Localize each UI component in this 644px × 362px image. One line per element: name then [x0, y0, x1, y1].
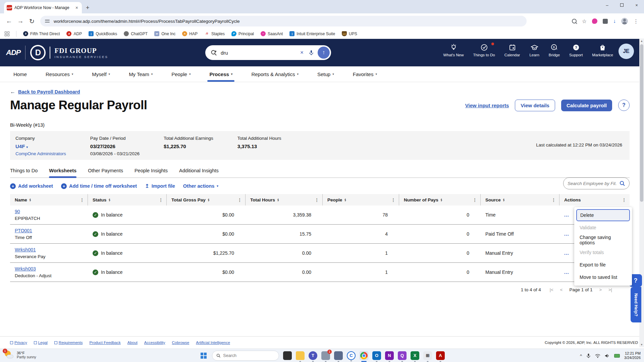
nav-myself[interactable]: Myself▾ [92, 66, 110, 82]
weather-widget[interactable]: 1 36°F Partly sunny [4, 350, 36, 360]
menu-item-change-saving-options[interactable]: Change saving options [576, 234, 630, 246]
tab-additional-insights[interactable]: Additional Insights [179, 168, 219, 177]
worksheet-link[interactable]: PTO001 [15, 228, 32, 233]
col-status[interactable]: Status▴▾⋮ [88, 194, 167, 205]
adp-logo[interactable]: ADP [6, 48, 20, 57]
col-name[interactable]: Name▴▾⋮ [10, 194, 88, 205]
row-actions-button[interactable]: ... [564, 231, 569, 237]
volume-icon[interactable] [605, 354, 610, 358]
things-to-do-button[interactable]: Things to Do [473, 44, 495, 57]
back-to-dashboard-link[interactable]: Back to Payroll Dashboard [18, 89, 80, 95]
browser-tab[interactable]: ADP ADP Workforce Now - Manage × [4, 2, 82, 13]
bookmark-fifth-third[interactable]: 5Fifth Third Direct [23, 31, 60, 36]
sort-icon[interactable]: ▴▾ [503, 198, 504, 201]
footer-cobrowse-link[interactable]: Cobrowse [172, 341, 189, 345]
support-button[interactable]: ? Support [569, 44, 583, 57]
mic-icon[interactable] [308, 50, 314, 56]
tab-close-icon[interactable]: × [74, 5, 79, 10]
nav-my-team[interactable]: My Team▾ [129, 66, 153, 82]
footer-legal-link[interactable]: Legal [34, 341, 48, 345]
new-tab-button[interactable]: + [86, 4, 90, 11]
footer-requirements-link[interactable]: Requirements [54, 341, 83, 345]
help-button[interactable]: ? [618, 100, 630, 111]
tab-worksheets[interactable]: Worksheets [49, 168, 76, 177]
employee-search-input[interactable] [568, 181, 617, 186]
browser-menu-icon[interactable]: ⋮ [633, 18, 639, 24]
back-button[interactable]: ← [3, 17, 15, 25]
calendar-button[interactable]: Calendar [504, 44, 520, 57]
company-name-link[interactable]: CompOne Administrators [15, 151, 66, 156]
column-menu-icon[interactable]: ⋮ [473, 197, 477, 202]
prev-page-button[interactable]: < [560, 287, 563, 292]
reload-button[interactable]: ↻ [26, 17, 38, 25]
footer-product-feedback-link[interactable]: Product Feedback [89, 341, 120, 345]
bookmark-intuit[interactable]: |Intuit Enterprise Suite [289, 31, 335, 36]
add-time-worksheet-button[interactable]: +Add time / time off worksheet [61, 183, 137, 189]
whats-new-button[interactable]: What's New [443, 44, 464, 57]
tab-people-insights[interactable]: People Insights [135, 168, 168, 177]
column-menu-icon[interactable]: ⋮ [159, 197, 163, 202]
nav-process[interactable]: Process▾ [209, 66, 232, 82]
nav-favorites[interactable]: Favorites▾ [353, 66, 377, 82]
footer-ai-link[interactable]: Artificial Intelligence [196, 341, 230, 345]
global-search[interactable]: × ↑ [205, 45, 331, 60]
worksheet-link[interactable]: 90 [15, 209, 20, 214]
company-code-dropdown[interactable]: U4F ▾ [15, 143, 66, 149]
scroll-up-arrow[interactable]: ▲ [639, 39, 644, 44]
teams-icon[interactable]: T [309, 351, 317, 360]
nav-setup[interactable]: Setup▾ [317, 66, 334, 82]
row-actions-button[interactable]: ... [564, 269, 569, 275]
sort-icon[interactable]: ▴▾ [30, 198, 31, 201]
bookmark-quickbooks[interactable]: |QuickBooks [89, 31, 117, 36]
col-source[interactable]: Source▴▾⋮ [481, 194, 559, 205]
bookmark-ups[interactable]: upsUPS [342, 31, 357, 36]
app-window-icon[interactable] [283, 351, 292, 360]
bridge-button[interactable]: B Bridge [549, 44, 560, 57]
app-q-icon[interactable]: Q [398, 351, 407, 360]
footer-privacy-link[interactable]: Privacy [10, 341, 27, 345]
learn-button[interactable]: Learn [529, 44, 539, 57]
clear-search-icon[interactable]: × [299, 49, 305, 56]
pink-extension-icon[interactable] [592, 18, 597, 24]
bookmark-one-inc[interactable]: wOne Inc [154, 31, 175, 36]
menu-item-export-to-file[interactable]: Export to file [576, 259, 630, 271]
chrome-icon[interactable] [360, 351, 368, 360]
sort-icon[interactable]: ▴▾ [208, 198, 209, 201]
taskbar-search[interactable] [212, 351, 279, 361]
bookmark-star-icon[interactable]: ☆ [582, 18, 587, 24]
battery-icon[interactable] [614, 354, 620, 358]
column-menu-icon[interactable]: ⋮ [315, 197, 319, 202]
taskbar-clock[interactable]: 12:21 PM 3/24/2026 [624, 351, 641, 360]
sort-icon[interactable]: ▴▾ [109, 198, 110, 201]
tray-expand-icon[interactable]: ^ [580, 353, 582, 358]
scroll-down-arrow[interactable]: ▼ [639, 343, 644, 347]
view-details-button[interactable]: View details [515, 100, 555, 111]
col-number-of-pays[interactable]: Number of Pays▴▾⋮ [399, 194, 481, 205]
footer-accessibility-link[interactable]: Accessibility [144, 341, 165, 345]
apps-grid-icon[interactable] [5, 32, 9, 36]
app-c-icon[interactable]: C [347, 351, 356, 360]
nav-home[interactable]: Home [13, 66, 27, 82]
nav-reports-analytics[interactable]: Reports & Analytics▾ [251, 66, 299, 82]
file-explorer-icon[interactable] [296, 351, 305, 360]
row-actions-button[interactable]: ... [564, 212, 569, 218]
nav-people[interactable]: People▾ [171, 66, 191, 82]
downloads-icon[interactable]: ↓ [613, 18, 616, 24]
col-people[interactable]: People▴▾⋮ [323, 194, 399, 205]
col-total-hours[interactable]: Total Hours▴▾⋮ [246, 194, 323, 205]
column-menu-icon[interactable]: ⋮ [237, 197, 242, 202]
column-menu-icon[interactable]: ⋮ [391, 197, 395, 202]
worksheet-link[interactable]: Wrksh001 [15, 247, 36, 252]
tab-other-payments[interactable]: Other Payments [88, 168, 123, 177]
next-page-button[interactable]: > [599, 287, 602, 292]
view-input-reports-link[interactable]: View input reports [465, 103, 509, 108]
tab-things-to-do[interactable]: Things to Do [10, 168, 38, 177]
column-menu-icon[interactable]: ⋮ [551, 197, 556, 202]
minimize-button[interactable]: – [600, 0, 614, 10]
sort-icon[interactable]: ▴▾ [277, 198, 279, 201]
calculator-icon[interactable]: ⊞ [423, 351, 432, 360]
add-worksheet-button[interactable]: +Add worksheet [10, 183, 53, 189]
maximize-button[interactable] [614, 0, 629, 10]
extensions-icon[interactable] [603, 19, 608, 24]
employee-search[interactable] [563, 177, 630, 189]
